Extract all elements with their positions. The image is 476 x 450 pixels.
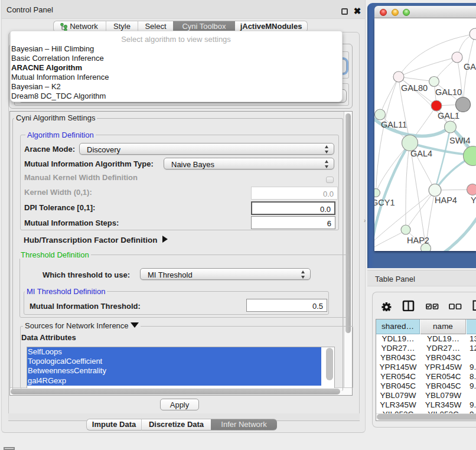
svg-text:HAP4: HAP4 xyxy=(435,195,457,205)
svg-text:GAL80: GAL80 xyxy=(401,83,428,93)
svg-text:SWI4: SWI4 xyxy=(449,136,470,145)
svg-text:GCY1: GCY1 xyxy=(374,198,395,207)
svg-text:GAL4: GAL4 xyxy=(410,149,432,158)
svg-text:HAP2: HAP2 xyxy=(407,236,429,245)
svg-text:GAL2: GAL2 xyxy=(464,62,476,71)
svg-text:Y: Y xyxy=(471,195,476,205)
svg-text:GAL11: GAL11 xyxy=(381,120,407,129)
svg-text:GAL1: GAL1 xyxy=(438,111,459,120)
svg-text:GAL10: GAL10 xyxy=(435,87,462,97)
